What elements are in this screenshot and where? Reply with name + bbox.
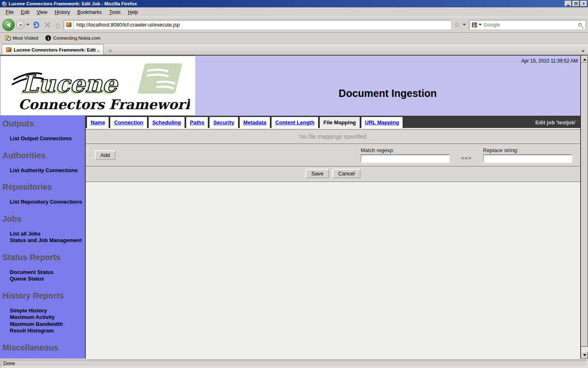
sidebar-item-list-authority-connections[interactable]: List Authority Connections	[10, 167, 85, 174]
google-icon[interactable]	[472, 22, 477, 28]
sidebar-item-list-output-connections[interactable]: List Output Connections	[10, 135, 85, 142]
page-title: Document Ingestion	[195, 88, 580, 99]
reload-button[interactable]	[33, 22, 39, 28]
firefox-icon	[2, 1, 7, 7]
bookmark-connecting-nokia[interactable]: i Connecting.Nokia.com	[43, 34, 103, 42]
page-header: Lucene Lucene Connectors Framework Apr 1…	[0, 56, 580, 116]
add-button[interactable]: Add	[95, 150, 116, 160]
history-dropdown-icon[interactable]	[26, 24, 29, 27]
sidebar-item-status-and-job-management[interactable]: Status and Job Management	[10, 237, 85, 244]
most-visited-folder[interactable]: Most Visited	[2, 35, 40, 41]
menu-history[interactable]: History	[51, 8, 73, 16]
sidebar-header-jobs: Jobs	[2, 214, 85, 224]
browser-tab-strip: Lucene Connectors Framework: Edit ... +	[0, 44, 588, 56]
empty-mappings-message: No file mappings specified	[86, 129, 580, 144]
home-button[interactable]: ⌂	[56, 21, 60, 29]
bookmark-dropdown-icon[interactable]	[463, 24, 466, 27]
list-all-tabs-button[interactable]	[580, 47, 586, 55]
window-titlebar: Lucene Connectors Framework: Edit Job - …	[0, 0, 588, 7]
scroll-down-button[interactable]	[581, 352, 588, 359]
timestamp: Apr 15, 2010 11:39:52 AM	[521, 58, 578, 64]
search-input[interactable]	[482, 22, 578, 28]
job-tab-paths[interactable]: Paths	[186, 117, 208, 128]
menu-view[interactable]: View	[33, 8, 51, 16]
sidebar-header-outputs: Outputs	[2, 119, 85, 128]
sidebar-item-simple-history[interactable]: Simple History	[10, 307, 85, 314]
job-tab-file-mapping[interactable]: File Mapping	[319, 117, 360, 128]
site-favicon-icon	[66, 22, 71, 27]
scrollbar-track[interactable]	[581, 347, 588, 352]
stop-button[interactable]	[44, 22, 51, 28]
menu-bar: File Edit View History Bookmarks Tools H…	[0, 7, 588, 17]
status-text: Done	[1, 360, 587, 367]
job-tab-security[interactable]: Security	[209, 117, 238, 128]
job-tab-scheduling[interactable]: Scheduling	[148, 117, 185, 128]
replace-string-label: Replace string:	[483, 147, 572, 155]
site-favicon-box[interactable]	[64, 20, 74, 29]
forward-button[interactable]	[16, 21, 24, 29]
bookmark-star-icon[interactable]: ☆	[453, 21, 461, 28]
lcf-logo-image: Lucene Lucene Connectors Framework	[6, 59, 190, 112]
info-icon: i	[45, 35, 51, 41]
job-tab-name[interactable]: Name	[87, 117, 109, 128]
sidebar-item-list-all-jobs[interactable]: List all Jobs	[10, 231, 85, 238]
forward-icon	[20, 23, 22, 27]
chevron-down-icon	[581, 50, 585, 54]
vertical-scrollbar[interactable]	[581, 56, 588, 359]
sidebar-item-list-repository-connections[interactable]: List Repository Connections	[10, 199, 85, 206]
logo-subtitle: Connectors Framework	[18, 96, 190, 112]
sidebar-item-maximum-activity[interactable]: Maximum Activity	[10, 314, 85, 321]
lcf-logo: Lucene Lucene Connectors Framework	[0, 56, 195, 116]
search-engine-dropdown-icon[interactable]	[479, 24, 482, 27]
sidebar-header-miscellaneous: Miscellaneous	[2, 343, 85, 352]
job-tab-bar: Name Connection Scheduling Paths Securit…	[86, 116, 580, 128]
sidebar-item-queue-status[interactable]: Queue Status	[10, 276, 85, 283]
sidebar-item-maximum-bandwidth[interactable]: Maximum Bandwidth	[10, 321, 85, 328]
sidebar-item-document-status[interactable]: Document Status	[10, 269, 85, 276]
cancel-button[interactable]: Cancel	[332, 169, 360, 178]
menu-help[interactable]: Help	[125, 8, 141, 16]
menu-edit[interactable]: Edit	[18, 8, 33, 16]
search-icon[interactable]	[578, 23, 582, 27]
sidebar-header-authorities: Authorities	[2, 151, 85, 160]
tab-title: Lucene Connectors Framework: Edit ...	[14, 47, 99, 52]
tab-favicon-icon	[6, 47, 11, 52]
edit-job-label: Edit job 'testjob'	[535, 119, 579, 126]
url-bar	[64, 20, 452, 30]
minimize-icon	[567, 5, 570, 6]
most-visited-label: Most Visited	[13, 36, 38, 40]
close-button[interactable]: ×	[580, 1, 587, 7]
folder-icon	[5, 36, 11, 40]
menu-tools[interactable]: Tools	[106, 8, 124, 16]
bookmarks-toolbar: Most Visited i Connecting.Nokia.com	[0, 33, 588, 44]
job-tab-connection[interactable]: Connection	[110, 117, 147, 128]
scrollbar-thumb[interactable]	[581, 63, 588, 347]
logo-wordmark: Lucene	[22, 70, 118, 98]
arrow-down-icon	[583, 354, 586, 358]
minimize-button[interactable]	[565, 1, 572, 7]
active-browser-tab[interactable]: Lucene Connectors Framework: Edit ...	[2, 44, 104, 55]
url-input[interactable]	[74, 22, 451, 28]
sidebar: Outputs List Output Connections Authorit…	[0, 116, 85, 359]
navigation-toolbar: ⌂ ☆	[0, 17, 588, 33]
window-title: Lucene Connectors Framework: Edit Job - …	[9, 1, 565, 6]
job-tab-metadata[interactable]: Metadata	[239, 117, 270, 128]
status-bar: Done	[0, 359, 588, 368]
match-regexp-label: Match regexp:	[361, 147, 450, 155]
scroll-up-button[interactable]	[581, 56, 588, 63]
sidebar-item-result-histogram[interactable]: Result Histogram	[10, 328, 85, 334]
restore-button[interactable]	[572, 1, 579, 7]
replace-string-input[interactable]	[483, 155, 572, 163]
job-tab-content-length[interactable]: Content Length	[271, 117, 318, 128]
match-regexp-input[interactable]	[361, 155, 450, 163]
menu-bookmarks[interactable]: Bookmarks	[74, 8, 105, 16]
arrow-up-icon	[583, 57, 586, 61]
menu-file[interactable]: File	[2, 8, 17, 16]
main-content: Name Connection Scheduling Paths Securit…	[85, 116, 580, 359]
file-mapping-form: No file mappings specified Add Match reg…	[86, 128, 580, 182]
save-button[interactable]: Save	[305, 169, 329, 178]
new-tab-button[interactable]: +	[105, 47, 115, 55]
job-tab-url-mapping[interactable]: URL Mapping	[361, 117, 403, 128]
page-viewport: Lucene Lucene Connectors Framework Apr 1…	[0, 56, 588, 359]
back-button[interactable]	[2, 19, 15, 31]
